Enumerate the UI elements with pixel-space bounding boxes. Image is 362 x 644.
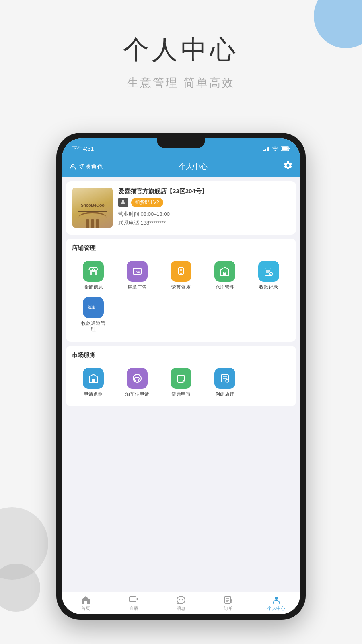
settings-icon[interactable] — [283, 161, 293, 173]
store-phone: 联系电话 138******** — [118, 219, 290, 227]
tab-message[interactable]: 消息 — [157, 592, 205, 614]
phone-notch — [157, 138, 205, 148]
page-header: 个人中心 生意管理 简单高效 — [0, 0, 362, 107]
svg-point-12 — [180, 273, 182, 275]
warehouse-label: 仓库管理 — [215, 284, 234, 291]
tab-home[interactable]: 首页 — [62, 592, 109, 614]
parking-icon — [127, 368, 148, 389]
store-img-pillars — [86, 219, 99, 228]
level-badge: 担货郎 LV2 — [131, 198, 163, 207]
warehouse-icon — [214, 261, 235, 282]
tab-profile-label: 个人中心 — [267, 605, 285, 611]
svg-point-39 — [181, 599, 181, 600]
screen-ad-icon: AD — [127, 261, 148, 282]
screen-ad-item[interactable]: AD 屏幕广告 — [115, 258, 159, 294]
svg-rect-41 — [225, 596, 230, 603]
health-report-item[interactable]: ✓ 健康申报 — [159, 365, 203, 401]
app-content: ShooBeDoo ▬▬▬▬▬▬▬▬ 爱喜猫官方旗舰店【23区204号】 — [62, 177, 300, 592]
store-hours: 营业时间 08:00–18:00 — [118, 211, 290, 218]
tab-live[interactable]: 直播 — [109, 592, 157, 614]
svg-point-25 — [138, 380, 139, 382]
parking-item[interactable]: 泊车位申请 — [115, 365, 159, 401]
page-subtitle: 生意管理 简单高效 — [0, 75, 362, 91]
status-time: 下午4:31 — [72, 145, 94, 153]
honor-icon — [171, 261, 191, 282]
switch-role-button[interactable]: 切换角色 — [69, 163, 103, 171]
market-services-title: 市场服务 — [72, 351, 290, 359]
svg-rect-37 — [130, 597, 136, 602]
payment-channel-label: 收款通道管理 — [81, 320, 105, 333]
svg-rect-1 — [282, 147, 288, 150]
market-services-section: 市场服务 申请退租 — [66, 346, 296, 407]
tab-profile[interactable]: 个人中心 — [253, 592, 300, 614]
payment-record-item[interactable]: + 收款记录 — [247, 258, 290, 294]
honor-label: 荣誉资质 — [171, 284, 191, 291]
svg-text:连连: 连连 — [88, 305, 95, 309]
create-store-item[interactable]: + 创建店铺 — [203, 365, 247, 401]
svg-rect-22 — [92, 379, 95, 382]
payment-record-icon: + — [258, 261, 279, 282]
svg-point-38 — [179, 599, 180, 600]
screen-ad-label: 屏幕广告 — [128, 284, 147, 291]
create-store-icon: + — [214, 368, 235, 389]
wifi-icon — [272, 146, 278, 152]
tab-bar: 首页 直播 消息 — [62, 592, 300, 614]
tab-message-label: 消息 — [177, 605, 185, 611]
shop-info-item[interactable]: 商铺信息 — [72, 258, 115, 294]
store-name: 爱喜猫官方旗舰店【23区204号】 — [118, 188, 290, 195]
store-badge-row: 担货郎 LV2 — [118, 198, 290, 207]
store-logo-text: ShooBeDoo — [81, 203, 104, 208]
svg-text:+: + — [226, 380, 228, 382]
tab-home-label: 首页 — [81, 605, 90, 611]
phone-frame: 下午4:31 — [56, 133, 306, 620]
shop-info-icon — [83, 261, 104, 282]
tab-order-label: 订单 — [224, 605, 233, 611]
svg-text:+: + — [270, 273, 272, 276]
store-info: 爱喜猫官方旗舰店【23区204号】 担货郎 LV2 营业时间 08:00–18:… — [118, 188, 290, 228]
store-management-title: 店铺管理 — [72, 244, 290, 252]
svg-rect-2 — [289, 148, 290, 149]
apply-return-item[interactable]: 申请退租 — [72, 365, 115, 401]
market-services-grid: 申请退租 泊车位申请 — [72, 365, 290, 401]
battery-icon — [281, 146, 290, 152]
store-card[interactable]: ShooBeDoo ▬▬▬▬▬▬▬▬ 爱喜猫官方旗舰店【23区204号】 — [66, 181, 296, 235]
apply-return-icon — [83, 368, 104, 389]
svg-point-14 — [224, 271, 226, 273]
phone-screen: 下午4:31 — [62, 138, 300, 614]
svg-point-24 — [134, 380, 136, 382]
health-report-label: 健康申报 — [171, 391, 191, 398]
apply-return-label: 申请退租 — [84, 391, 103, 398]
store-management-section: 店铺管理 商铺信息 — [66, 239, 296, 342]
warehouse-item[interactable]: 仓库管理 — [203, 258, 247, 294]
svg-rect-5 — [92, 272, 95, 275]
svg-point-40 — [182, 599, 183, 600]
tab-live-label: 直播 — [129, 605, 138, 611]
shop-info-label: 商铺信息 — [84, 284, 103, 291]
nav-bar: 切换角色 个人中心 — [62, 156, 300, 177]
svg-text:✓: ✓ — [183, 380, 185, 383]
payment-record-label: 收款记录 — [259, 284, 278, 291]
payment-channel-icon: 连连 — [83, 297, 104, 318]
status-icons — [263, 146, 290, 152]
store-management-grid: 商铺信息 AD 屏幕广告 — [72, 258, 290, 336]
signal-icon — [263, 147, 269, 151]
store-image: ShooBeDoo ▬▬▬▬▬▬▬▬ — [72, 188, 113, 228]
honor-item[interactable]: 荣誉资质 — [159, 258, 203, 294]
tab-order[interactable]: 订单 — [205, 592, 252, 614]
payment-channel-item[interactable]: 连连 收款通道管理 — [72, 294, 115, 336]
svg-text:AD: AD — [136, 270, 140, 274]
svg-point-47 — [275, 597, 278, 600]
store-person-icon — [118, 198, 128, 207]
parking-label: 泊车位申请 — [125, 391, 149, 398]
create-store-label: 创建店铺 — [215, 391, 234, 398]
nav-title: 个人中心 — [179, 162, 208, 171]
svg-point-23 — [133, 374, 141, 382]
phone-mockup: 下午4:31 — [56, 133, 306, 620]
page-title: 个人中心 — [0, 32, 362, 67]
health-report-icon: ✓ — [171, 368, 191, 389]
